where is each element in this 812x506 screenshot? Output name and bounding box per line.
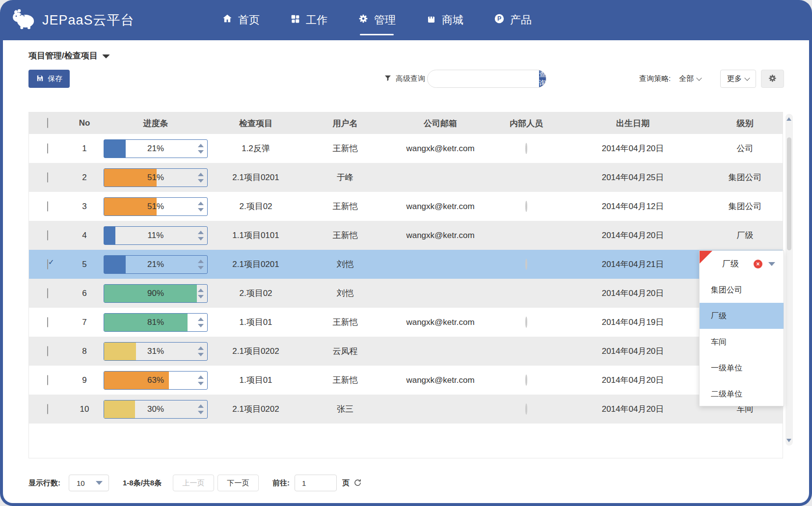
level-option[interactable]: 二级单位 (700, 381, 784, 407)
page-number-input[interactable] (295, 475, 337, 491)
cell-user: 王新恺 (303, 374, 387, 386)
row-checkbox[interactable] (47, 143, 48, 154)
cell-project: 2.1项目0202 (209, 403, 303, 415)
search-input[interactable] (428, 70, 539, 87)
level-option[interactable]: 厂级 (700, 303, 784, 329)
refresh-icon[interactable] (353, 479, 362, 488)
row-checkbox-cell (29, 231, 66, 240)
progress-stepper[interactable]: 63% (104, 371, 208, 390)
elephant-logo-icon (11, 8, 36, 32)
level-option[interactable]: 车间 (700, 329, 784, 355)
row-checkbox[interactable] (47, 230, 48, 240)
row-checkbox[interactable]: ✓ (47, 259, 48, 269)
step-up-icon[interactable] (198, 202, 204, 205)
nav-item-label: 管理 (374, 13, 396, 27)
step-down-icon[interactable] (198, 382, 204, 385)
column-header: 进度条 (103, 118, 209, 129)
step-up-icon[interactable] (198, 346, 204, 350)
level-option[interactable]: 一级单位 (700, 355, 784, 381)
table-row[interactable]: 690%2.项目02刘恺2014年04月20日 (29, 279, 783, 308)
table-scrollbar[interactable] (785, 114, 793, 446)
progress-value: 21% (104, 140, 207, 158)
table-row[interactable]: ✓521%2.1项目0201刘恺2014年04月21日 (29, 250, 783, 279)
table-row[interactable]: 251%2.1项目0201于峰2014年04月25日集团公司 (29, 163, 783, 192)
step-down-icon[interactable] (198, 411, 204, 414)
step-down-icon[interactable] (198, 266, 204, 269)
nav-item-label: 工作 (306, 13, 327, 27)
chevron-down-icon (744, 75, 750, 80)
progress-stepper[interactable]: 90% (104, 284, 208, 303)
step-up-icon[interactable] (198, 260, 204, 263)
table-row[interactable]: 831%2.1项目0202云凤程2014年04月20日 (29, 337, 783, 366)
nav-item-mall[interactable]: 商城 (426, 13, 463, 27)
scroll-down-icon[interactable] (786, 439, 791, 442)
progress-stepper[interactable]: 31% (104, 342, 208, 361)
cell-date: 2014年04月20日 (559, 230, 706, 241)
cell-no: 5 (66, 260, 103, 269)
save-button[interactable]: 保存 (28, 70, 70, 88)
step-down-icon[interactable] (198, 208, 204, 212)
row-checkbox[interactable] (47, 346, 48, 356)
more-button[interactable]: 更多 (720, 70, 756, 88)
scrollbar-thumb[interactable] (787, 137, 791, 250)
progress-stepper[interactable]: 51% (104, 197, 208, 216)
step-up-icon[interactable] (198, 289, 204, 292)
step-up-icon[interactable] (198, 318, 204, 321)
nav-item-product[interactable]: P产品 (494, 13, 532, 27)
cell-internal (493, 375, 559, 385)
step-up-icon[interactable] (198, 375, 204, 379)
table-row[interactable]: 781%1.项目01王新恺wangxk@ketr.com2014年04月19日 (29, 308, 783, 337)
row-checkbox[interactable] (47, 288, 48, 298)
step-up-icon[interactable] (198, 173, 204, 176)
table-row[interactable]: 121%1.2反弹王新恺wangxk@ketr.com2014年04月20日公司 (29, 134, 783, 163)
table-row[interactable]: 351%2.项目02王新恺wangxk@ketr.com2014年04月12日集… (29, 192, 783, 221)
cell-email: wangxk@ketr.com (387, 202, 493, 212)
table-row[interactable]: 963%1.项目01王新恺wangxk@ketr.com2014年04月20日 (29, 366, 783, 395)
cell-internal (493, 318, 559, 327)
table-row[interactable]: 411%1.1项目0101王新恺wangxk@ketr.com2014年04月2… (29, 221, 783, 250)
scroll-up-icon[interactable] (786, 117, 791, 121)
row-checkbox[interactable] (47, 317, 48, 327)
level-option[interactable]: 集团公司 (700, 277, 784, 303)
progress-value: 31% (104, 343, 207, 360)
nav-item-home[interactable]: 首页 (222, 13, 260, 27)
cell-project: 1.项目01 (209, 374, 303, 386)
progress-stepper[interactable]: 21% (104, 139, 208, 158)
table-row[interactable]: 1030%2.1项目0202张三2014年04月20日车间 (29, 395, 783, 424)
progress-stepper[interactable]: 21% (104, 255, 208, 274)
step-down-icon[interactable] (198, 179, 204, 183)
stepper-arrows (198, 173, 204, 183)
step-up-icon[interactable] (198, 144, 204, 147)
next-page-button[interactable]: 下一页 (217, 475, 259, 491)
row-checkbox[interactable] (47, 201, 48, 212)
step-down-icon[interactable] (198, 353, 204, 356)
cell-no: 3 (66, 202, 103, 212)
nav-item-work[interactable]: 工作 (290, 13, 327, 27)
app-window: JEPaaS云平台 首页工作管理商城P产品 项目管理/检查项目 保存 (0, 0, 812, 506)
rows-per-page-select[interactable]: 10 (69, 475, 109, 491)
clear-icon[interactable]: × (754, 260, 762, 268)
step-down-icon[interactable] (198, 324, 204, 327)
step-up-icon[interactable] (198, 404, 204, 408)
step-down-icon[interactable] (198, 150, 204, 154)
query-button[interactable]: 查询 (539, 70, 546, 87)
row-checkbox[interactable] (47, 172, 48, 183)
query-strategy-select[interactable]: 全部 (679, 70, 701, 88)
progress-stepper[interactable]: 11% (104, 226, 208, 245)
row-checkbox[interactable] (47, 375, 48, 385)
home-icon (222, 13, 233, 27)
progress-stepper[interactable]: 81% (104, 313, 208, 332)
advanced-query-button[interactable]: 高级查询 (384, 70, 425, 88)
step-up-icon[interactable] (198, 231, 204, 234)
step-down-icon[interactable] (198, 237, 204, 240)
breadcrumb[interactable]: 项目管理/检查项目 (28, 50, 110, 61)
select-all-checkbox[interactable] (47, 118, 48, 128)
row-checkbox[interactable] (47, 404, 48, 414)
nav-item-manage[interactable]: 管理 (358, 13, 396, 27)
settings-button[interactable] (761, 70, 784, 88)
progress-stepper[interactable]: 30% (104, 400, 208, 419)
previous-page-button[interactable]: 上一页 (173, 475, 214, 491)
chevron-down-icon (96, 481, 103, 485)
step-down-icon[interactable] (198, 295, 204, 298)
progress-stepper[interactable]: 51% (104, 168, 208, 187)
